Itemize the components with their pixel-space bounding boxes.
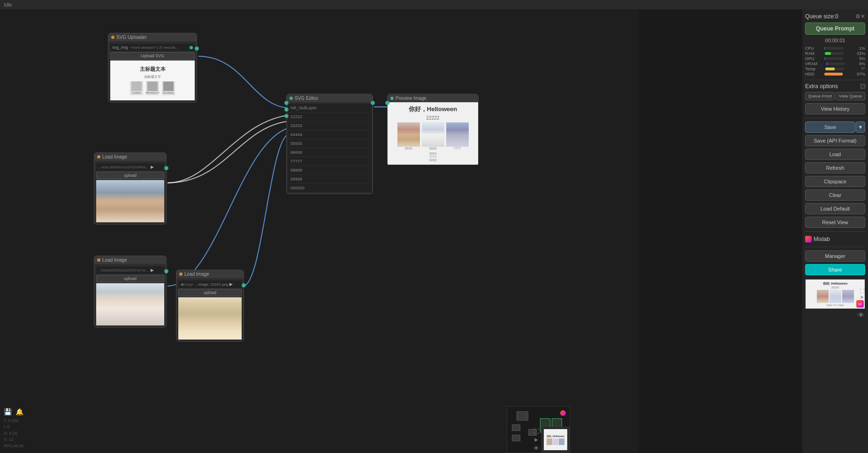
stat-hdd-val: 97% bbox=[853, 72, 865, 76]
svg-editor-input-port-1 bbox=[284, 107, 289, 112]
navigation-icon[interactable]: ➤ bbox=[533, 437, 539, 443]
load-image-3-header: Load Image bbox=[176, 270, 244, 278]
reset-view-button[interactable]: Reset View bbox=[805, 217, 865, 228]
queue-size-value: 0 bbox=[835, 13, 838, 20]
svg-uploader-dot bbox=[111, 36, 114, 39]
clipspace-button[interactable]: Clipspace bbox=[805, 176, 865, 187]
svg-item-label-2: GLOBAL bbox=[163, 91, 174, 94]
bottom-preview-img-1 bbox=[830, 290, 841, 303]
bottom-preview-info: 9999 7777 9999 bbox=[827, 304, 844, 307]
minimap-node-2 bbox=[512, 435, 520, 441]
load-image-3-upload-btn[interactable]: upload bbox=[178, 289, 242, 296]
stat-vram: VRAM 9% bbox=[805, 61, 865, 66]
load-image-1-output-port bbox=[164, 166, 168, 170]
expand-icon[interactable]: ⛶ bbox=[533, 428, 539, 435]
minimap-thumb-0 bbox=[547, 438, 552, 445]
load-image-3-title: Load Image bbox=[184, 272, 209, 277]
manager-button[interactable]: Manager bbox=[805, 250, 865, 262]
navigate-icon[interactable]: ➤ bbox=[860, 294, 865, 300]
load-image-1-node: Load Image ...4dac3f5ef6c01a2002d9f8ac4c… bbox=[94, 152, 167, 225]
tab-queue-front[interactable]: Queue Front bbox=[805, 92, 835, 100]
minimap-preview-imgs bbox=[547, 438, 564, 445]
minimap: 你好, Helloween ⛶ ➤ 👁 bbox=[507, 406, 570, 453]
close-icon[interactable]: ✕ bbox=[860, 13, 865, 20]
stat-vram-label: VRAM bbox=[805, 61, 817, 66]
save-icon[interactable]: 💾 bbox=[4, 407, 12, 417]
svg-uploader-header: SVG Uploader bbox=[108, 33, 197, 41]
mixlab-label: Mixlab bbox=[814, 236, 830, 242]
minimap-preview-inner: 你好, Helloween bbox=[544, 429, 567, 450]
stat-temp-bar bbox=[825, 68, 844, 70]
stat-hdd-label: HDD bbox=[805, 72, 815, 76]
stat-temp: Temp ?° bbox=[805, 67, 865, 71]
load-image-3-output-port bbox=[242, 283, 246, 287]
save-dropdown-button[interactable]: ▼ bbox=[856, 121, 865, 133]
load-image-2-content: ...64a620553bd2a5267ee784606... ▶ upload bbox=[94, 264, 166, 327]
visibility-icon[interactable]: 👁 bbox=[858, 311, 864, 319]
titlebar: Idle bbox=[0, 0, 868, 9]
load-image-2-value: ...64a620553bd2a5267ee784606... bbox=[98, 268, 150, 272]
svg-item-0: CHINA bbox=[130, 81, 143, 95]
stat-gpu-fill bbox=[824, 57, 825, 60]
load-image-2-arrow: ▶ bbox=[151, 268, 154, 272]
minimap-thumb-2 bbox=[559, 438, 564, 445]
footer-info: 💾 🔔 T: 0.00s t: 0 N: 6 [0] V: 12 FPS:45.… bbox=[4, 407, 24, 450]
bottom-toolbar-icons: 💾 🔔 bbox=[4, 407, 24, 417]
svg-preview-title: 主标题文本 bbox=[140, 66, 166, 73]
eye-row: 👁 bbox=[805, 310, 865, 320]
footer-timing: T: 0.00s bbox=[4, 418, 24, 424]
load-image-2-dot bbox=[97, 258, 100, 262]
extra-options-checkbox[interactable] bbox=[860, 84, 865, 89]
preview-image-content: 你好，Helloween 22222 9999 8888 bbox=[388, 102, 478, 165]
right-panel: Queue size: 0 ⚙ ✕ Queue Prompt 00:00:01 … bbox=[802, 9, 868, 453]
settings-icon[interactable]: ⚙ bbox=[855, 13, 860, 20]
queue-size-label: Queue size: bbox=[805, 13, 835, 20]
load-image-1-dot bbox=[97, 155, 100, 159]
mixlab-logo bbox=[805, 236, 812, 242]
refresh-button[interactable]: Refresh bbox=[805, 162, 865, 174]
stat-ram: RAM 33% bbox=[805, 51, 865, 56]
preview-bottom-line-2: 7777 bbox=[429, 155, 437, 159]
stat-vram-fill bbox=[826, 62, 828, 65]
stat-temp-fill bbox=[825, 68, 835, 70]
preview-bottom-line-3: 9999 bbox=[429, 159, 437, 162]
svg-editor-header: SVG Editor bbox=[287, 94, 373, 102]
expand-preview-icon[interactable]: ⛶ bbox=[860, 288, 865, 294]
load-image-3-img-icon: ◀image bbox=[180, 282, 193, 287]
load-default-button[interactable]: Load Default bbox=[805, 203, 865, 214]
preview-item-1: 8888 bbox=[422, 122, 444, 150]
save-button[interactable]: Save bbox=[805, 121, 855, 133]
svg-preview-sub: 副标题文字 bbox=[145, 75, 161, 79]
svg-editor-row-0: hdr_NullLayer bbox=[288, 104, 372, 112]
bell-icon[interactable]: 🔔 bbox=[15, 407, 23, 417]
svg-editor-row-4: 55555 bbox=[288, 139, 372, 148]
load-image-2-header: Load Image bbox=[94, 256, 166, 264]
stats-section: CPU 1% RAM 33% GPU 5% VRAM 9% bbox=[805, 45, 865, 77]
clear-button[interactable]: Clear bbox=[805, 189, 865, 201]
stat-cpu-label: CPU bbox=[805, 46, 814, 51]
minimap-node-0 bbox=[517, 411, 528, 421]
queue-prompt-button[interactable]: Queue Prompt bbox=[805, 23, 865, 35]
bottom-preview-sub: 22222 bbox=[831, 286, 839, 289]
stat-temp-label: Temp bbox=[805, 67, 815, 71]
svg-editor-row-2: 33333 bbox=[288, 121, 372, 130]
load-image-1-upload-btn[interactable]: upload bbox=[96, 172, 164, 179]
svg-editor-input-port-2 bbox=[284, 114, 289, 118]
view-history-button[interactable]: View History bbox=[805, 103, 865, 114]
load-image-2-upload-btn[interactable]: upload bbox=[96, 275, 164, 282]
eye-icon[interactable]: 👁 bbox=[533, 445, 539, 452]
load-image-3-preview bbox=[178, 297, 242, 340]
mixlab-overlay-icon: M bbox=[859, 302, 862, 306]
upload-svg-button[interactable]: Upload SVG bbox=[110, 52, 195, 60]
svg-item-2: GLOBAL bbox=[162, 81, 175, 95]
load-image-2-input: ...64a620553bd2a5267ee784606... ▶ bbox=[96, 266, 164, 274]
load-image-3-content: ◀image ...image: 22312.png ▶ upload bbox=[176, 278, 244, 341]
save-api-button[interactable]: Save (API Format) bbox=[805, 135, 865, 146]
tab-view-queue[interactable]: View Queue bbox=[836, 92, 865, 100]
share-button[interactable]: Share bbox=[805, 264, 865, 275]
minimap-node-1 bbox=[512, 424, 520, 431]
queue-size-row: Queue size: 0 ⚙ ✕ bbox=[805, 12, 865, 21]
divider-0 bbox=[805, 80, 865, 80]
preview-bottom-line-1: 9999 bbox=[429, 152, 437, 155]
load-button[interactable]: Load bbox=[805, 149, 865, 160]
